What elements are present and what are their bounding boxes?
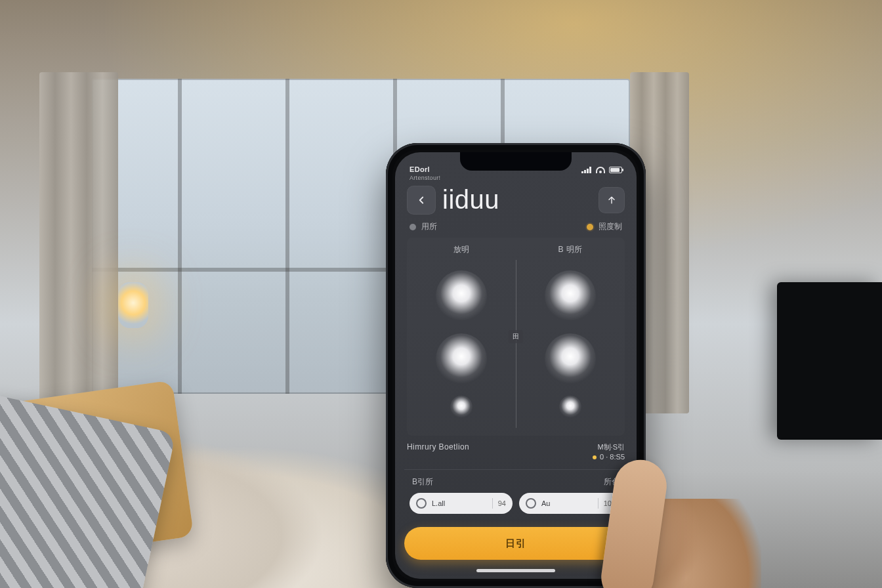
tv: [777, 282, 882, 440]
phone-frame: EDorl Artenstour! iiduu 用所: [386, 143, 646, 588]
light-dot[interactable]: [436, 333, 487, 385]
pill-value: 94: [498, 499, 506, 507]
wifi-icon: [596, 167, 605, 173]
grid-center-label[interactable]: 田: [509, 330, 523, 343]
notch: [460, 152, 572, 171]
tab-2[interactable]: 照度制: [587, 221, 622, 232]
pill-text: Au: [541, 499, 550, 507]
grid-footer: Himrury Boetlion M制·S引 0 · 8:S5: [407, 442, 625, 461]
light-dot[interactable]: [545, 270, 596, 322]
footer-meta-2: 0 · 8:S5: [600, 453, 625, 461]
control-pill-1[interactable]: L.all 94: [410, 493, 513, 514]
lights-column-right: [516, 259, 625, 436]
column-header-left: 放明: [407, 238, 516, 259]
primary-action-label: 日引: [505, 537, 526, 550]
tab-label: 用所: [421, 221, 437, 232]
back-button[interactable]: [407, 186, 436, 215]
tab-bar: 用所 照度制: [395, 217, 637, 235]
dial-icon: [416, 498, 427, 509]
upload-icon: [606, 195, 617, 205]
dot-icon: [587, 224, 593, 230]
status-dot-icon: [593, 455, 597, 459]
tab-label: 照度制: [598, 221, 622, 232]
status-subtext: Artenstour!: [395, 175, 637, 181]
column-header-right: B 明所: [516, 238, 625, 259]
light-dot[interactable]: [450, 396, 472, 418]
footer-caption: Himrury Boetlion: [407, 442, 469, 452]
pill-text: L.all: [432, 499, 445, 507]
light-dot[interactable]: [545, 333, 596, 385]
footer-meta-1: M制·S引: [593, 442, 625, 452]
phone-screen: EDorl Artenstour! iiduu 用所: [395, 152, 637, 579]
signal-icon: [581, 167, 592, 173]
controls-panel: B引所 所色 L.all 94 Au 106: [404, 469, 627, 518]
dial-icon: [526, 498, 536, 509]
app-header: iiduu: [395, 181, 637, 217]
lights-column-left: [407, 259, 516, 436]
controls-label-left: B引所: [412, 476, 604, 488]
home-indicator[interactable]: [476, 569, 555, 572]
floor-lamp: [118, 282, 148, 328]
dot-icon: [410, 224, 416, 230]
light-dot[interactable]: [559, 396, 581, 418]
battery-icon: [609, 167, 622, 173]
control-pill-2[interactable]: Au 106: [519, 493, 622, 514]
app-title: iiduu: [442, 185, 592, 215]
chevron-left-icon: [415, 194, 427, 206]
share-button[interactable]: [598, 187, 625, 213]
light-dot[interactable]: [436, 270, 487, 322]
lights-grid: 放明 B 明所 田: [407, 238, 625, 436]
carrier-label: EDorl: [410, 165, 430, 173]
primary-action-button[interactable]: 日引: [404, 527, 627, 560]
tab-1[interactable]: 用所: [410, 221, 437, 232]
